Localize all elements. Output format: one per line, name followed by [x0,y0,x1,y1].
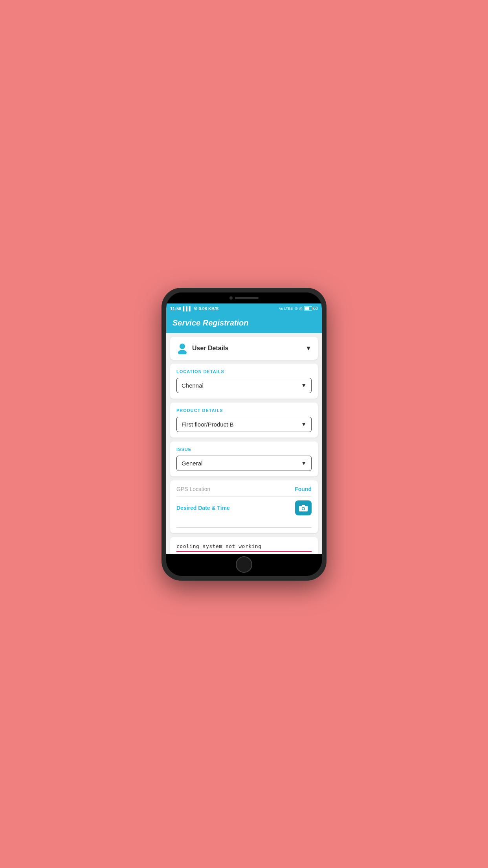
status-time: 11:56 [170,306,181,311]
product-dropdown[interactable]: First floor/Product B ▼ [176,417,312,432]
location-dropdown[interactable]: Chennai ▼ [176,378,312,393]
volte-icon: Vo LTE⊕ [279,307,294,311]
location-icon: ⊙ [295,306,298,311]
content-area: User Details ▼ LOCATION DETAILS Chennai … [166,333,322,554]
status-right: Vo LTE⊕ ⊙ ◎ 50 [279,306,318,311]
user-details-left: User Details [176,342,229,354]
product-section-label: PRODUCT DETAILS [176,408,312,413]
date-row: Desired Date & Time [176,500,312,515]
description-input-row [176,542,312,552]
app-header: Service Registration [166,314,322,333]
gps-label: GPS Location [176,486,210,492]
user-avatar-icon [176,342,188,354]
description-section [170,537,318,554]
location-dropdown-arrow: ▼ [301,382,306,388]
battery-fill [305,307,310,310]
signal-bars: ▌▌▌ [183,306,192,311]
svg-rect-5 [302,505,305,506]
camera-button[interactable] [295,500,312,515]
issue-dropdown[interactable]: General ▼ [176,456,312,471]
battery-icon [304,306,312,311]
svg-point-0 [180,344,185,349]
user-details-card[interactable]: User Details ▼ [170,337,318,360]
issue-section: ISSUE General ▼ [170,441,318,476]
description-input[interactable] [176,543,312,549]
phone-notch [166,292,322,303]
status-left: 11:56 ▌▌▌ ⊙ 0.08 KB/S [170,306,218,311]
svg-point-1 [178,350,187,354]
product-value: First floor/Product B [182,421,234,428]
user-details-label: User Details [192,345,229,352]
date-input[interactable] [176,519,312,525]
svg-point-4 [303,508,305,509]
front-camera [229,296,233,300]
headset-icon: ◎ [299,306,303,311]
battery-level: 50 [314,306,318,311]
status-bar: 11:56 ▌▌▌ ⊙ 0.08 KB/S Vo LTE⊕ ⊙ ◎ 50 [166,303,322,314]
issue-dropdown-arrow: ▼ [301,460,306,466]
data-speed: 0.08 KB/S [199,306,219,311]
issue-value: General [182,460,202,467]
location-section: LOCATION DETAILS Chennai ▼ [170,364,318,399]
location-value: Chennai [182,382,204,389]
user-details-chevron[interactable]: ▼ [305,345,312,352]
phone-frame: 11:56 ▌▌▌ ⊙ 0.08 KB/S Vo LTE⊕ ⊙ ◎ 50 Ser… [161,288,327,581]
phone-speaker [235,297,259,299]
wifi-icon: ⊙ [194,306,197,311]
issue-section-label: ISSUE [176,447,312,452]
app-title: Service Registration [172,318,248,327]
location-section-label: LOCATION DETAILS [176,369,312,374]
date-input-row [176,519,312,528]
camera-icon [299,504,308,511]
product-section: PRODUCT DETAILS First floor/Product B ▼ [170,403,318,438]
phone-screen: 11:56 ▌▌▌ ⊙ 0.08 KB/S Vo LTE⊕ ⊙ ◎ 50 Ser… [166,292,322,576]
date-label: Desired Date & Time [176,505,230,511]
gps-row: GPS Location Found [176,486,312,497]
gps-date-section: GPS Location Found Desired Date & Time [170,480,318,533]
gps-status: Found [295,486,312,492]
home-button-area [166,554,322,576]
product-dropdown-arrow: ▼ [301,421,306,427]
home-button[interactable] [236,556,252,573]
